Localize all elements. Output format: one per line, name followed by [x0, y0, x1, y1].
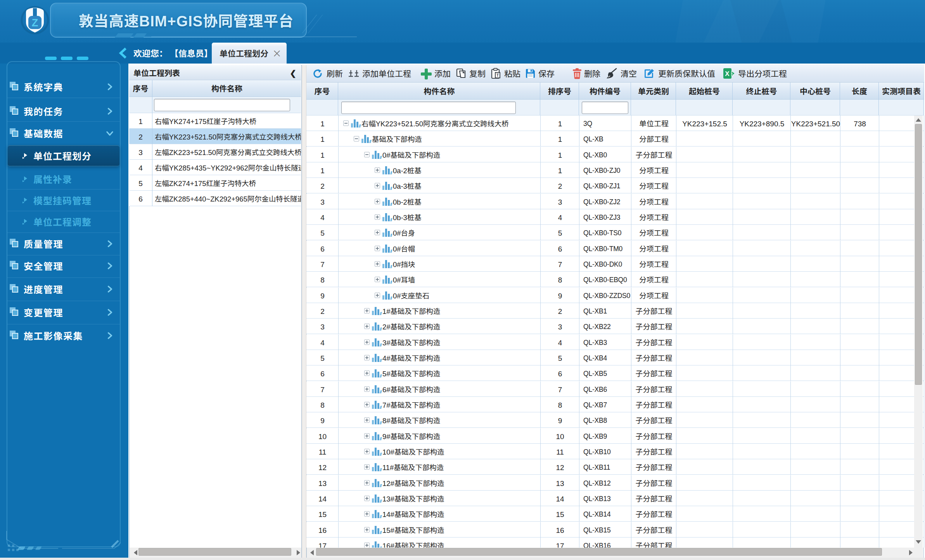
- svg-text:X: X: [725, 70, 730, 78]
- svg-text:T: T: [496, 73, 499, 78]
- svg-text:Z: Z: [32, 17, 38, 29]
